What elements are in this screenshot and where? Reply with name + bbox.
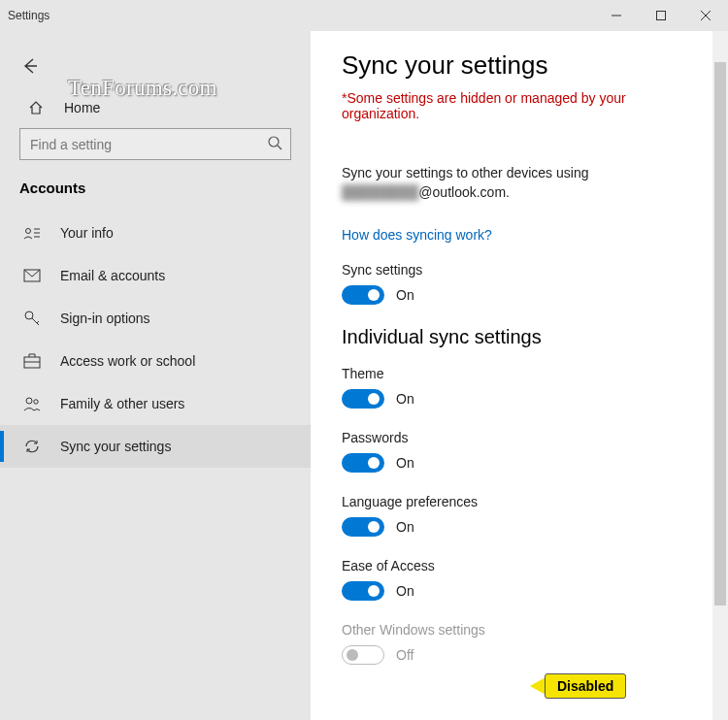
sidebar-section-title: Accounts bbox=[0, 174, 311, 212]
sidebar-item-label: Sync your settings bbox=[60, 439, 171, 454]
other-windows-toggle bbox=[342, 645, 384, 665]
sync-settings-toggle[interactable] bbox=[342, 285, 384, 305]
main-content: Sync your settings *Some settings are hi… bbox=[311, 31, 712, 720]
key-icon bbox=[21, 310, 43, 327]
toggle-state: Off bbox=[396, 647, 414, 663]
setting-passwords: Passwords On bbox=[342, 430, 685, 473]
svg-point-16 bbox=[26, 398, 32, 404]
minimize-icon bbox=[612, 11, 621, 20]
sidebar-item-sync-settings[interactable]: Sync your settings bbox=[0, 425, 311, 468]
svg-line-13 bbox=[37, 321, 39, 323]
window-title: Settings bbox=[8, 9, 50, 22]
scroll-thumb[interactable] bbox=[714, 62, 726, 605]
search-input[interactable] bbox=[30, 137, 267, 152]
passwords-toggle[interactable] bbox=[342, 453, 384, 473]
close-icon bbox=[701, 11, 711, 20]
sidebar-item-family-users[interactable]: Family & other users bbox=[0, 382, 311, 425]
sidebar-item-email-accounts[interactable]: Email & accounts bbox=[0, 254, 311, 297]
setting-ease-of-access: Ease of Access On bbox=[342, 558, 685, 601]
sync-icon bbox=[21, 438, 43, 455]
setting-label: Passwords bbox=[342, 430, 685, 445]
back-arrow-icon bbox=[19, 56, 39, 76]
sidebar-item-label: Your info bbox=[60, 225, 114, 241]
search-icon bbox=[267, 135, 282, 153]
toggle-state: On bbox=[396, 287, 414, 303]
setting-language: Language preferences On bbox=[342, 494, 685, 537]
setting-other-windows: Other Windows settings Off bbox=[342, 622, 685, 665]
content-scrollbar[interactable] bbox=[712, 31, 728, 720]
close-button[interactable] bbox=[683, 0, 728, 31]
svg-rect-1 bbox=[657, 12, 666, 20]
toggle-state: On bbox=[396, 455, 414, 471]
sidebar-item-access-work-school[interactable]: Access work or school bbox=[0, 340, 311, 382]
sidebar-item-label: Access work or school bbox=[60, 353, 195, 369]
setting-theme: Theme On bbox=[342, 366, 685, 409]
home-label: Home bbox=[64, 100, 100, 115]
svg-point-17 bbox=[34, 400, 38, 404]
sidebar-item-label: Family & other users bbox=[60, 396, 184, 411]
theme-toggle[interactable] bbox=[342, 389, 384, 409]
svg-point-4 bbox=[269, 137, 279, 147]
titlebar: Settings bbox=[0, 0, 728, 31]
toggle-state: On bbox=[396, 519, 414, 535]
sidebar-item-signin-options[interactable]: Sign-in options bbox=[0, 297, 311, 340]
svg-point-11 bbox=[25, 311, 33, 319]
envelope-icon bbox=[21, 269, 43, 282]
back-button[interactable] bbox=[10, 47, 49, 85]
individual-heading: Individual sync settings bbox=[342, 326, 685, 348]
svg-point-6 bbox=[26, 229, 31, 234]
org-alert: *Some settings are hidden or managed by … bbox=[342, 90, 685, 121]
search-box[interactable] bbox=[19, 128, 291, 160]
home-nav[interactable]: Home bbox=[0, 91, 311, 124]
maximize-icon bbox=[656, 11, 666, 20]
maximize-button[interactable] bbox=[639, 0, 683, 31]
home-icon bbox=[25, 99, 47, 116]
svg-line-5 bbox=[278, 146, 281, 149]
setting-label: Language preferences bbox=[342, 494, 685, 509]
master-toggle-label: Sync settings bbox=[342, 262, 685, 278]
redacted-email: ████████ bbox=[342, 184, 418, 200]
toggle-state: On bbox=[396, 391, 414, 407]
sync-description: Sync your settings to other devices usin… bbox=[342, 164, 685, 202]
setting-label: Theme bbox=[342, 366, 685, 381]
page-heading: Sync your settings bbox=[342, 50, 685, 81]
person-card-icon bbox=[21, 225, 43, 241]
setting-label: Other Windows settings bbox=[342, 622, 685, 638]
people-icon bbox=[21, 396, 43, 411]
settings-window: Settings Home bbox=[0, 0, 728, 720]
ease-of-access-toggle[interactable] bbox=[342, 581, 384, 601]
sidebar: Home Accounts Your info Email & a bbox=[0, 31, 311, 720]
briefcase-icon bbox=[21, 353, 43, 369]
language-toggle[interactable] bbox=[342, 517, 384, 537]
setting-label: Ease of Access bbox=[342, 558, 685, 573]
toggle-state: On bbox=[396, 583, 414, 599]
sidebar-item-your-info[interactable]: Your info bbox=[0, 212, 311, 254]
minimize-button[interactable] bbox=[594, 0, 639, 31]
sidebar-item-label: Sign-in options bbox=[60, 311, 150, 326]
help-link[interactable]: How does syncing work? bbox=[342, 227, 492, 243]
window-controls bbox=[594, 0, 728, 31]
sidebar-item-label: Email & accounts bbox=[60, 268, 165, 283]
